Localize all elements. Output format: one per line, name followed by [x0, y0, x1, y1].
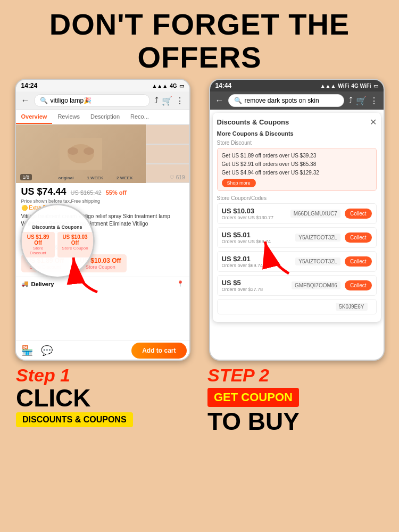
coupon3-code[interactable]: Y5AIZTOOT3ZL [295, 257, 340, 265]
label-1week: 1 WEEK [87, 176, 103, 180]
phone2-cart-icon[interactable]: 🛒 [356, 96, 367, 106]
phone2-time: 14:44 [215, 82, 232, 89]
phone2-wrapper: 14:44 ▲▲▲ WiFi 4G WiFi ▭ ← 🔍 remove dark… [209, 79, 385, 361]
phone1-search-bar[interactable]: ← 🔍 vitiligo lamp🎉 ⤴ 🛒 ⋮ [16, 92, 189, 110]
circle-badge1: US $1.89 Off Store Discount [22, 232, 55, 257]
battery-icon: ▭ [179, 83, 184, 89]
coupon1-left: US $10.03 Orders over US $130.77 [222, 207, 286, 220]
search-action-icons: ⤴ 🛒 ⋮ [154, 96, 184, 106]
tab-overview[interactable]: Overview [16, 110, 53, 124]
phone2-search-input[interactable]: 🔍 remove dark spots on skin [228, 94, 344, 107]
main-product-image [16, 124, 146, 183]
step2-badge: GET COUPON [207, 388, 299, 407]
phone2-share-icon[interactable]: ⤴ [348, 96, 353, 106]
phone1-status-icons: ▲▲▲ 4G ▭ [152, 83, 184, 89]
phone1-wrapper: 14:24 ▲▲▲ 4G ▭ ← 🔍 vitiligo lamp🎉 ⤴ 🛒 ⋮ [15, 79, 190, 361]
main-title: DON'T FORGET THE OFFERS [0, 0, 399, 79]
signal-icon: ▲▲▲ [152, 83, 168, 89]
tab-description[interactable]: Description [85, 110, 125, 124]
phone2-status-icons: ▲▲▲ WiFi 4G WiFi ▭ [320, 83, 378, 89]
label-2week: 2 WEEK [117, 176, 133, 180]
steps-container: Step 1 CLICK DISCOUNTS & COUPONS STEP 2 … [0, 361, 399, 434]
circle-badge2-type: Store Coupon [60, 246, 90, 251]
phone2-search-actions: ⤴ 🛒 ⋮ [348, 96, 378, 106]
heart-count[interactable]: ♡ 619 [170, 174, 185, 180]
phone2-wifi-icon: WiFi [338, 83, 349, 89]
red-arrow-2 [254, 234, 297, 278]
shop-more-button[interactable]: Shop more [222, 179, 256, 187]
modal-close-button[interactable]: ✕ [370, 117, 377, 127]
discount-line-3: Get US $4.94 off orders over US $129.32 [222, 169, 372, 177]
image-counter: 1/8 [20, 174, 32, 180]
step2-label: STEP 2 [207, 365, 383, 386]
coupon4-amount: US $5 [222, 279, 287, 287]
circle-title: Discounts & Coupons [32, 225, 82, 230]
modal-title-bar: Discounts & Coupons ✕ [217, 117, 377, 127]
thumb-2[interactable] [146, 144, 189, 164]
coupon1-condition: Orders over US $130.77 [222, 215, 286, 220]
discount-modal: Discounts & Coupons ✕ More Coupons & Dis… [213, 113, 381, 322]
phone1-status-bar: 14:24 ▲▲▲ 4G ▭ [16, 80, 189, 92]
step1-action: CLICK [16, 386, 192, 410]
week-labels: original 1 WEEK 2 WEEK [59, 176, 133, 180]
location-icon: 📍 [177, 280, 184, 287]
phone2-status-bar: 14:44 ▲▲▲ WiFi 4G WiFi ▭ [210, 80, 384, 92]
store-icon[interactable]: 🏪 [21, 345, 33, 356]
discount-line-1: Get US $1.89 off orders over US $39.23 [222, 152, 372, 160]
phone2-search-icon: 🔍 [234, 97, 242, 104]
phone2-search-query: remove dark spots on skin [245, 97, 319, 104]
phone1-bottom-bar: 🏪 💬 Add to cart [16, 340, 189, 360]
circle-badge1-type: Store Discount [24, 246, 52, 255]
svg-rect-4 [60, 138, 102, 170]
coupon1-collect-button[interactable]: Collect [345, 209, 372, 219]
add-to-cart-button[interactable]: Add to cart [131, 343, 186, 359]
phone2-signal-icon: ▲▲▲ [320, 83, 336, 89]
coupon5-code[interactable]: 5K0J9E6Y [336, 303, 367, 311]
product-image-area [16, 124, 189, 183]
thumb-1[interactable] [146, 124, 189, 144]
modal-title: Discounts & Coupons [217, 118, 289, 126]
price-discount: 55% off [106, 189, 127, 196]
delivery-label: Delivery [31, 281, 54, 287]
coupon-row-5: 5K0J9E6Y [217, 299, 377, 314]
phone2-more-icon[interactable]: ⋮ [370, 96, 378, 106]
coupon1-amount: US $10.03 [222, 207, 286, 215]
step1-badge-text: DISCOUNTS & COUPONS [22, 415, 127, 424]
coupon-row-4: US $5 Orders over $37.78 GMFBQI7OOM86 Co… [217, 275, 377, 296]
coupon1-code[interactable]: M66DLGMUXUC7 [290, 210, 340, 218]
tab-reco[interactable]: Reco... [125, 110, 154, 124]
coupon4-code[interactable]: GMFBQI7OOM86 [292, 281, 340, 289]
step2-action: TO BUY [207, 409, 383, 434]
coupon-codes-label: Store Coupon/Codes [217, 195, 377, 201]
share-icon[interactable]: ⤴ [154, 96, 159, 106]
discount-line-2: Get US $2.91 off orders over US $65.38 [222, 160, 372, 169]
back-arrow-icon[interactable]: ← [21, 96, 30, 105]
bottom-icons: 🏪 💬 [16, 345, 58, 356]
coupon-row-3: US $2.01 Orders over $69.74 Y5AIZTOOT3ZL… [217, 251, 377, 272]
label-original: original [59, 176, 74, 180]
message-icon[interactable]: 💬 [41, 345, 53, 356]
store-discount-label: Store Discount [217, 140, 377, 146]
step2-badge-text: GET COUPON [214, 390, 293, 404]
search-query: vitiligo lamp🎉 [51, 97, 92, 104]
product-price-row: US $74.44 US $165.42 55% off [21, 186, 184, 197]
coupon3-collect-button[interactable]: Collect [345, 256, 372, 267]
circle-badge1-amount: US $1.89 Off [24, 234, 52, 246]
delivery-icon: 🚚 [21, 280, 29, 287]
more-icon[interactable]: ⋮ [176, 96, 184, 106]
coupon4-collect-button[interactable]: Collect [345, 280, 372, 290]
phone2-search-bar[interactable]: ← 🔍 remove dark spots on skin ⤴ 🛒 ⋮ [210, 92, 384, 110]
search-input-box[interactable]: 🔍 vitiligo lamp🎉 [34, 94, 150, 107]
tab-reviews[interactable]: Reviews [52, 110, 85, 124]
phone1-nav-tabs: Overview Reviews Description Reco... [16, 110, 189, 124]
cart-icon[interactable]: 🛒 [162, 96, 172, 106]
coupon2-collect-button[interactable]: Collect [345, 232, 372, 243]
phone2-network-icon: 4G WiFi [351, 83, 371, 89]
coupon2-code[interactable]: Y5AIZTOOT3ZL [295, 234, 340, 242]
more-coupons-label: More Coupons & Discounts [217, 130, 377, 137]
store-discount-box: Get US $1.89 off orders over US $39.23 G… [217, 148, 377, 191]
phone2-back-arrow[interactable]: ← [215, 96, 224, 105]
delivery-bar: 🚚 Delivery 📍 [16, 277, 189, 290]
phone1-time: 14:24 [21, 82, 38, 89]
coupon-row-1: US $10.03 Orders over US $130.77 M66DLGM… [217, 203, 377, 224]
